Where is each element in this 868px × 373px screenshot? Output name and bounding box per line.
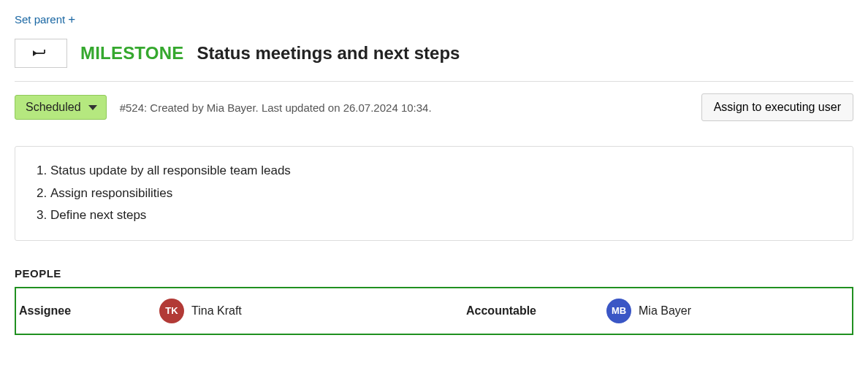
chevron-down-icon xyxy=(88,105,97,110)
description-list: Status update by all responsible team le… xyxy=(31,160,837,227)
status-label: Scheduled xyxy=(26,101,81,114)
avatar: MB xyxy=(606,299,631,323)
avatar: TK xyxy=(159,299,184,323)
divider xyxy=(15,81,853,82)
work-package-title[interactable]: Status meetings and next steps xyxy=(197,43,460,64)
title-row: MILESTONE Status meetings and next steps xyxy=(15,39,853,68)
list-item: Define next steps xyxy=(50,204,837,227)
plus-icon: + xyxy=(68,13,75,26)
assign-executing-user-button[interactable]: Assign to executing user xyxy=(701,93,853,121)
status-dropdown[interactable]: Scheduled xyxy=(15,95,107,120)
assignee-field[interactable]: TK Tina Kraft xyxy=(159,299,242,323)
accountable-field[interactable]: MB Mia Bayer xyxy=(606,299,691,323)
people-section-header: PEOPLE xyxy=(15,267,853,280)
meta-row: Scheduled #524: Created by Mia Bayer. La… xyxy=(15,93,853,121)
list-item: Status update by all responsible team le… xyxy=(50,160,837,182)
set-parent-link[interactable]: Set parent + xyxy=(15,13,75,26)
set-parent-label: Set parent xyxy=(15,13,65,26)
list-item: Assign responsibilities xyxy=(50,182,837,205)
accountable-name: Mia Bayer xyxy=(639,304,691,318)
assignee-label: Assignee xyxy=(16,304,159,318)
back-arrow-icon xyxy=(33,48,49,58)
back-button[interactable] xyxy=(15,39,67,68)
work-package-type: MILESTONE xyxy=(80,43,183,64)
assignee-name: Tina Kraft xyxy=(191,304,242,318)
description-box[interactable]: Status update by all responsible team le… xyxy=(15,146,853,241)
accountable-label: Accountable xyxy=(463,304,606,318)
meta-info: #524: Created by Mia Bayer. Last updated… xyxy=(120,101,432,114)
people-box: Assignee TK Tina Kraft Accountable MB Mi… xyxy=(15,287,853,335)
